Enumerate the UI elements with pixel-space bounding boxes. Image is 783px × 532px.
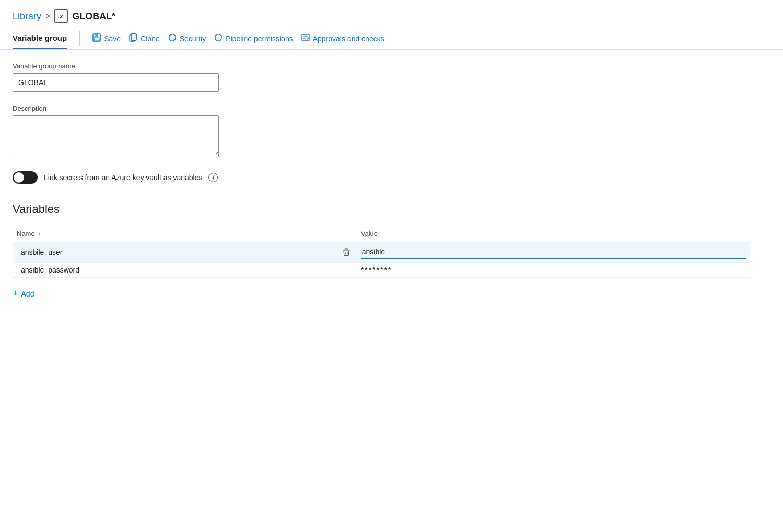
variables-table: Name ↑ Value ansbile_user bbox=[13, 227, 750, 278]
var-name-text: ansible_password bbox=[21, 266, 79, 274]
col-value-header: Value bbox=[357, 227, 750, 242]
tab-variable-group-label: Variable group bbox=[13, 33, 67, 42]
approvals-label: Approvals and checks bbox=[313, 34, 384, 43]
toggle-row: Link secrets from an Azure key vault as … bbox=[13, 171, 750, 184]
description-input[interactable] bbox=[13, 115, 219, 157]
breadcrumb-separator: > bbox=[45, 11, 50, 21]
description-field-group: Description bbox=[13, 104, 750, 159]
clone-icon bbox=[129, 33, 137, 44]
var-name-cell: ansbile_user bbox=[13, 242, 336, 263]
tab-variable-group[interactable]: Variable group bbox=[13, 28, 67, 49]
var-secret-value: ******** bbox=[361, 266, 392, 274]
breadcrumb-title: GLOBAL* bbox=[72, 11, 115, 22]
variable-group-icon: x bbox=[54, 9, 68, 23]
toggle-label: Link secrets from an Azure key vault as … bbox=[44, 173, 202, 182]
var-actions-cell bbox=[336, 263, 357, 278]
col-actions-header bbox=[336, 227, 357, 242]
svg-rect-4 bbox=[131, 34, 136, 40]
breadcrumb-library-link[interactable]: Library bbox=[13, 11, 41, 22]
variables-section: Variables Name ↑ Value bbox=[13, 203, 750, 299]
variables-title: Variables bbox=[13, 203, 750, 216]
svg-rect-1 bbox=[95, 34, 98, 37]
approvals-icon bbox=[301, 33, 310, 44]
var-actions-cell bbox=[336, 242, 357, 263]
security-button[interactable]: Security bbox=[168, 28, 215, 49]
toggle-knob bbox=[14, 172, 24, 183]
security-label: Security bbox=[180, 34, 206, 43]
main-content: Variable group name Description Link sec… bbox=[0, 50, 763, 299]
name-label: Variable group name bbox=[13, 62, 750, 70]
azure-keyvault-toggle[interactable] bbox=[13, 171, 38, 184]
delete-button[interactable] bbox=[340, 246, 353, 258]
svg-rect-2 bbox=[94, 38, 99, 41]
plus-icon: + bbox=[13, 288, 18, 299]
table-row: ansbile_user bbox=[13, 242, 750, 263]
name-field-group: Variable group name bbox=[13, 62, 750, 92]
svg-rect-6 bbox=[302, 34, 309, 41]
info-icon[interactable]: i bbox=[208, 173, 218, 182]
table-header-row: Name ↑ Value bbox=[13, 227, 750, 242]
var-value-cell bbox=[357, 242, 750, 263]
svg-rect-10 bbox=[343, 250, 350, 251]
table-row: ansible_password ******** bbox=[13, 263, 750, 278]
pipeline-permissions-label: Pipeline permissions bbox=[226, 34, 293, 43]
pipeline-permissions-button[interactable]: Pipeline permissions bbox=[214, 28, 301, 49]
save-icon bbox=[92, 33, 101, 44]
var-name-cell: ansible_password bbox=[13, 263, 336, 278]
pipeline-permissions-icon bbox=[214, 33, 223, 44]
sort-arrow-icon[interactable]: ↑ bbox=[38, 231, 41, 237]
clone-button[interactable]: Clone bbox=[129, 28, 168, 49]
add-label: Add bbox=[21, 290, 34, 298]
security-icon bbox=[168, 33, 177, 44]
svg-rect-9 bbox=[345, 249, 348, 250]
var-value-cell: ******** bbox=[357, 263, 750, 278]
save-label: Save bbox=[104, 34, 121, 43]
save-button[interactable]: Save bbox=[92, 28, 129, 49]
var-value-input[interactable] bbox=[361, 245, 746, 259]
description-label: Description bbox=[13, 104, 750, 112]
var-name-text: ansbile_user bbox=[21, 248, 62, 256]
toolbar: Variable group Save Clone bbox=[0, 28, 783, 50]
add-variable-button[interactable]: + Add bbox=[13, 288, 34, 299]
name-input[interactable] bbox=[13, 73, 219, 92]
clone-label: Clone bbox=[141, 34, 160, 43]
approvals-button[interactable]: Approvals and checks bbox=[301, 28, 393, 49]
breadcrumb: Library > x GLOBAL* bbox=[0, 0, 783, 28]
toolbar-divider bbox=[79, 31, 80, 46]
col-name-header: Name ↑ bbox=[13, 227, 336, 242]
